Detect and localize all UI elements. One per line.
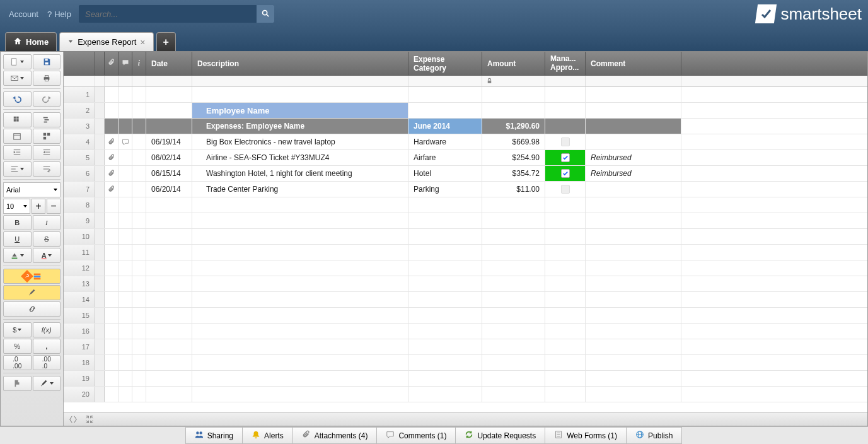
attachments-tab[interactable]: Attachments (4) xyxy=(292,427,378,444)
search-button[interactable] xyxy=(257,5,274,23)
clear-format-button[interactable] xyxy=(33,376,61,391)
date-cell[interactable]: 06/20/14 xyxy=(146,182,192,197)
row-gutter[interactable] xyxy=(95,229,105,244)
expenses-header[interactable]: Expenses: Employee Name xyxy=(192,119,408,134)
outdent-button[interactable] xyxy=(33,145,61,160)
dropdown-icon[interactable] xyxy=(67,37,74,47)
row-number[interactable]: 13 xyxy=(64,276,95,291)
help-link[interactable]: ? Help xyxy=(47,9,71,19)
row-number[interactable]: 3 xyxy=(64,119,95,134)
comments-tab[interactable]: Comments (1) xyxy=(376,427,456,444)
strike-button[interactable]: S xyxy=(33,231,61,247)
webforms-tab[interactable]: Web Forms (1) xyxy=(545,427,627,444)
row-number[interactable]: 5 xyxy=(64,150,95,165)
description-cell[interactable]: Big Box Electronics - new travel laptop xyxy=(192,134,408,149)
description-cell[interactable]: Washington Hotel, 1 night for client mee… xyxy=(192,166,408,181)
link-button[interactable] xyxy=(3,301,61,317)
email-button[interactable] xyxy=(3,71,32,86)
publish-tab[interactable]: Publish xyxy=(626,427,682,444)
date-cell[interactable]: 06/02/14 xyxy=(146,150,192,165)
total-cell[interactable]: $1,290.60 xyxy=(482,119,545,134)
function-button[interactable]: f(x) xyxy=(33,322,61,337)
row-gutter[interactable] xyxy=(95,292,105,307)
attachment-cell[interactable] xyxy=(105,182,119,197)
row-gutter[interactable] xyxy=(95,134,105,149)
row-gutter[interactable] xyxy=(95,245,105,260)
attachment-cell[interactable] xyxy=(105,134,119,149)
approval-cell[interactable] xyxy=(545,166,586,181)
row-gutter[interactable] xyxy=(95,324,105,339)
col-attachment[interactable] xyxy=(105,52,119,75)
decrease-decimal-button[interactable]: .0.00 xyxy=(3,355,32,370)
conditional-format-button[interactable]: ? xyxy=(3,269,61,284)
row-number[interactable]: 20 xyxy=(64,387,95,402)
col-description[interactable]: Description xyxy=(192,52,408,75)
row-number[interactable]: 4 xyxy=(64,134,95,149)
thousands-button[interactable]: , xyxy=(33,339,61,354)
row-number[interactable]: 16 xyxy=(64,324,95,339)
col-discussion[interactable] xyxy=(119,52,132,75)
print-button[interactable] xyxy=(33,71,61,86)
col-info[interactable]: i xyxy=(132,52,146,75)
align-button[interactable] xyxy=(3,161,32,177)
search-input[interactable] xyxy=(79,9,257,19)
underline-button[interactable]: U xyxy=(3,231,32,247)
grid[interactable]: 12Employee Name3Expenses: Employee NameJ… xyxy=(64,87,867,412)
comment-cell[interactable]: Reimbursed xyxy=(586,166,681,181)
sheet-tab[interactable]: Expense Report × xyxy=(59,32,153,51)
date-cell[interactable]: 06/15/14 xyxy=(146,166,192,181)
account-link[interactable]: Account xyxy=(6,9,38,19)
amount-cell[interactable]: $11.00 xyxy=(482,182,545,197)
fontsize-decrease[interactable]: − xyxy=(47,199,61,214)
undo-button[interactable] xyxy=(3,91,32,107)
row-gutter[interactable] xyxy=(95,166,105,181)
category-cell[interactable]: Hotel xyxy=(408,166,482,181)
grid-view-button[interactable] xyxy=(3,112,32,127)
row-gutter[interactable] xyxy=(95,150,105,165)
home-tab[interactable]: Home xyxy=(5,32,57,51)
col-amount[interactable]: Amount xyxy=(482,52,545,75)
gantt-view-button[interactable] xyxy=(33,112,61,127)
row-gutter[interactable] xyxy=(95,213,105,228)
approval-cell[interactable] xyxy=(545,182,586,197)
row-gutter[interactable] xyxy=(95,197,105,213)
fontsize-value[interactable]: 10 xyxy=(3,199,30,214)
row-number[interactable]: 1 xyxy=(64,87,95,102)
save-button[interactable] xyxy=(33,54,61,69)
row-number[interactable]: 10 xyxy=(64,229,95,244)
row-number[interactable]: 14 xyxy=(64,292,95,307)
currency-button[interactable]: $ xyxy=(3,322,32,337)
discussion-cell[interactable] xyxy=(119,134,132,149)
approval-cell[interactable] xyxy=(545,134,586,149)
row-gutter[interactable] xyxy=(95,339,105,354)
new-sheet-button[interactable] xyxy=(3,54,32,69)
discussion-cell[interactable] xyxy=(119,150,132,165)
close-tab-icon[interactable]: × xyxy=(140,37,145,47)
col-date[interactable]: Date xyxy=(146,52,192,75)
row-number[interactable]: 18 xyxy=(64,355,95,370)
row-number[interactable]: 2 xyxy=(64,103,95,118)
description-cell[interactable]: Airline - SEA-SFO Ticket #Y33MUZ4 xyxy=(192,150,408,165)
col-category[interactable]: Expense Category xyxy=(408,52,482,75)
month-cell[interactable]: June 2014 xyxy=(408,119,482,134)
row-number[interactable]: 7 xyxy=(64,182,95,197)
fontsize-increase[interactable]: + xyxy=(32,199,45,214)
employee-header[interactable]: Employee Name xyxy=(192,103,408,118)
row-gutter[interactable] xyxy=(95,119,105,134)
collapse-button[interactable] xyxy=(67,414,79,424)
approval-cell[interactable] xyxy=(545,150,586,165)
row-gutter[interactable] xyxy=(95,182,105,197)
calendar-view-button[interactable] xyxy=(3,129,32,144)
discussion-cell[interactable] xyxy=(119,166,132,181)
expand-button[interactable] xyxy=(84,414,95,424)
row-number[interactable]: 9 xyxy=(64,213,95,228)
row-gutter[interactable] xyxy=(95,308,105,323)
row-gutter[interactable] xyxy=(95,387,105,402)
increase-decimal-button[interactable]: .00.0 xyxy=(33,355,61,370)
update-requests-tab[interactable]: Update Requests xyxy=(455,427,545,444)
date-cell[interactable]: 06/19/14 xyxy=(146,134,192,149)
comment-cell[interactable] xyxy=(586,182,681,197)
sharing-tab[interactable]: Sharing xyxy=(185,427,243,444)
row-number[interactable]: 15 xyxy=(64,308,95,323)
row-number[interactable]: 19 xyxy=(64,371,95,386)
